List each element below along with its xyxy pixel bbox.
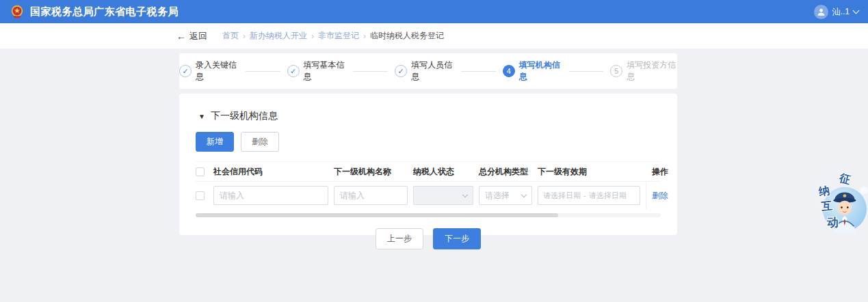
select-all-checkbox[interactable] [196, 167, 205, 176]
step-2-check-icon: ✓ [287, 65, 300, 77]
step-2: ✓ 填写基本信息 [287, 59, 347, 83]
horizontal-scrollbar-thumb[interactable] [196, 213, 558, 217]
steps-card: ✓ 录入关键信息 ✓ 填写基本信息 ✓ 填写人员信息 4 填写机构信息 5 填写… [179, 53, 677, 89]
breadcrumb-item-home[interactable]: 首页 [222, 30, 239, 42]
step-3: ✓ 填写人员信息 [395, 59, 454, 83]
back-arrow-icon: ← [176, 31, 186, 42]
section-title: 下一级机构信息 [211, 110, 278, 122]
row-delete-link[interactable]: 删除 [652, 190, 668, 202]
breadcrumb-separator: › [243, 31, 246, 41]
step-2-label: 填写基本信息 [304, 59, 347, 83]
breadcrumb-item-new-taxpayer[interactable]: 新办纳税人开业 [250, 30, 307, 42]
interaction-mascot-widget[interactable]: 征 纳 互 动 [815, 171, 868, 246]
header-org-name: 下一级机构名称 [334, 166, 408, 178]
step-indicator: ✓ 录入关键信息 ✓ 填写基本信息 ✓ 填写人员信息 4 填写机构信息 5 填写… [179, 59, 677, 83]
header-checkbox-cell [196, 167, 208, 176]
step-connector [569, 71, 604, 72]
step-1: ✓ 录入关键信息 [179, 59, 239, 83]
step-4-label: 填写机构信息 [519, 59, 562, 83]
breadcrumb-separator: › [363, 31, 366, 41]
section-title-row: ▼ 下一级机构信息 [198, 110, 661, 122]
chevron-down-icon [853, 8, 860, 14]
app-title: 国家税务总局广东省电子税务局 [30, 5, 179, 18]
date-start-placeholder: 请选择日期 [543, 191, 581, 201]
wizard-footer: 上一步 下一步 [196, 228, 661, 249]
breadcrumb-bar: ← 返回 首页 › 新办纳税人开业 › 非市监登记 › 临时纳税人税务登记 [0, 23, 868, 49]
org-type-cell: 请选择 [479, 186, 532, 205]
mascot-char-dong: 动 [827, 215, 839, 230]
step-5-number: 5 [610, 65, 622, 77]
back-button[interactable]: ← 返回 [176, 30, 207, 42]
org-name-cell [334, 186, 408, 205]
collapse-triangle-icon[interactable]: ▼ [198, 113, 205, 120]
breadcrumb: 首页 › 新办纳税人开业 › 非市监登记 › 临时纳税人税务登记 [222, 30, 444, 42]
taxpayer-status-cell [413, 186, 473, 205]
credit-code-input[interactable] [213, 186, 328, 205]
step-5-label: 填写投资方信息 [627, 59, 677, 83]
next-step-button[interactable]: 下一步 [433, 228, 481, 249]
chevron-down-icon [462, 191, 468, 197]
add-row-button[interactable]: 新增 [196, 132, 234, 152]
row-checkbox[interactable] [196, 191, 205, 200]
step-1-label: 录入关键信息 [196, 59, 239, 83]
valid-period-datepicker[interactable]: 请选择日期 - 请选择日期 [538, 186, 640, 205]
step-1-check-icon: ✓ [179, 65, 192, 77]
chevron-down-icon [521, 191, 527, 197]
table-header-row: 社会信用代码 下一级机构名称 纳税人状态 总分机构类型 下一级有效期 操作 [196, 161, 661, 182]
breadcrumb-item-non-market-reg[interactable]: 非市监登记 [318, 30, 359, 42]
org-name-input[interactable] [334, 186, 408, 205]
form-card: ▼ 下一级机构信息 新增 删除 社会信用代码 下一级机构名称 纳税人状态 总分机… [179, 94, 677, 235]
user-menu[interactable]: 汕..1 [814, 5, 858, 19]
prev-step-button[interactable]: 上一步 [376, 228, 423, 249]
credit-code-cell [213, 186, 328, 205]
step-3-check-icon: ✓ [395, 65, 407, 77]
brand: 国家税务总局广东省电子税务局 [10, 4, 179, 19]
mascot-char-na: 纳 [817, 184, 830, 200]
toolbar: 新增 删除 [196, 132, 661, 152]
breadcrumb-item-current: 临时纳税人税务登记 [370, 30, 444, 42]
step-connector [246, 71, 280, 72]
step-connector [353, 71, 388, 72]
user-name: 汕..1 [832, 6, 850, 18]
breadcrumb-separator: › [311, 31, 314, 41]
user-avatar-icon [814, 5, 828, 19]
top-header: 国家税务总局广东省电子税务局 汕..1 [0, 0, 868, 23]
row-actions-cell: 删除 [646, 182, 673, 209]
date-end-placeholder: 请选择日期 [589, 191, 627, 201]
header-credit-code: 社会信用代码 [213, 166, 328, 178]
header-org-type: 总分机构类型 [479, 166, 532, 178]
header-actions: 操作 [646, 166, 673, 178]
date-range-separator: - [583, 191, 586, 200]
tax-emblem-icon [10, 4, 25, 19]
valid-period-cell: 请选择日期 - 请选择日期 [538, 186, 640, 205]
step-3-label: 填写人员信息 [411, 59, 454, 83]
horizontal-scrollbar-track [196, 213, 661, 217]
step-connector [461, 71, 496, 72]
row-checkbox-cell [196, 191, 208, 200]
step-4-active: 4 填写机构信息 [503, 59, 562, 83]
step-4-number: 4 [503, 65, 515, 77]
delete-rows-button[interactable]: 删除 [241, 132, 279, 152]
taxpayer-status-select [413, 186, 473, 205]
sub-org-table: 社会信用代码 下一级机构名称 纳税人状态 总分机构类型 下一级有效期 操作 [196, 161, 661, 217]
mascot-char-hu: 互 [821, 199, 833, 215]
table-row: 请选择 请选择日期 - 请选择日期 删除 [196, 182, 661, 209]
header-valid-period: 下一级有效期 [538, 166, 640, 178]
org-type-select[interactable]: 请选择 [479, 186, 532, 205]
step-5: 5 填写投资方信息 [610, 59, 677, 83]
header-taxpayer-status: 纳税人状态 [413, 166, 473, 178]
back-label: 返回 [189, 30, 207, 42]
org-type-placeholder: 请选择 [485, 190, 510, 202]
